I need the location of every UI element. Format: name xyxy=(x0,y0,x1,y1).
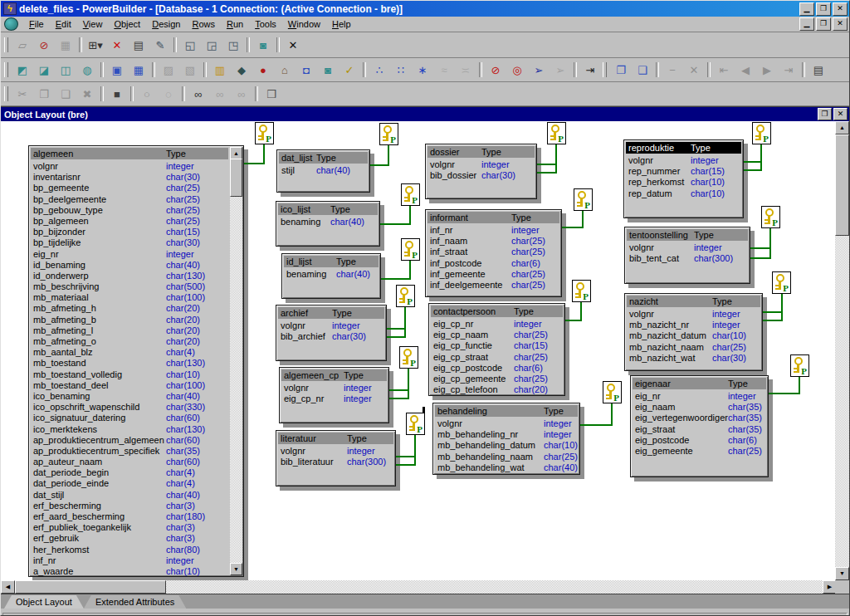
table-algemeen[interactable]: algemeenTypevolgnrintegerinventarisnrcha… xyxy=(28,145,244,577)
primary-key-icon[interactable]: P xyxy=(574,188,593,211)
diagram-canvas[interactable]: algemeenTypevolgnrintegerinventarisnrcha… xyxy=(1,121,837,580)
clear-icon[interactable]: ✖ xyxy=(76,84,98,104)
menu-design[interactable]: Design xyxy=(146,17,186,31)
table-scrollbar[interactable]: ▲▼ xyxy=(230,147,242,575)
table-dossier[interactable]: dossierTypevolgnrintegerbib_dossierchar(… xyxy=(425,144,537,199)
table-painter-icon[interactable]: ⌂ xyxy=(274,60,296,80)
discard-row-icon[interactable]: ✕ xyxy=(683,60,705,80)
primary-key-icon[interactable]: P xyxy=(790,354,809,377)
preview-form-icon[interactable]: ◲ xyxy=(201,35,222,55)
menu-view[interactable]: View xyxy=(77,17,109,31)
comment-icon[interactable]: ○ xyxy=(136,84,158,104)
next-row-icon[interactable]: ▶ xyxy=(756,60,778,80)
child-close-button[interactable]: ✕ xyxy=(833,17,848,31)
table-scroll-up-button[interactable]: ▲ xyxy=(230,147,242,159)
table-reproduktie[interactable]: reproduktieTypevolgnrintegerrep_nummerch… xyxy=(623,139,744,218)
delete-row-icon[interactable]: − xyxy=(662,60,683,80)
tab-extended-attributes[interactable]: Extended Attributes xyxy=(84,595,186,609)
table-ico_lijst[interactable]: ico_lijstTypebenamingchar(40) xyxy=(276,201,380,247)
table-scroll-down-button[interactable]: ▼ xyxy=(230,563,242,575)
tab-object-layout[interactable]: Object Layout xyxy=(4,595,84,609)
menu-painter-icon[interactable]: ▨ xyxy=(158,60,179,80)
sort-icon[interactable]: ∴ xyxy=(369,60,390,80)
query-painter-icon[interactable]: ✓ xyxy=(339,60,360,80)
primary-key-icon[interactable]: P xyxy=(401,238,420,261)
print-icon[interactable]: ▤ xyxy=(128,35,149,55)
primary-key-icon[interactable]: P xyxy=(401,183,420,206)
breakpoint-icon[interactable]: ◎ xyxy=(506,60,528,80)
close-painter-icon[interactable]: ✕ xyxy=(282,35,304,55)
copy-icon[interactable]: ❐ xyxy=(33,84,55,104)
append-row-icon[interactable]: ❑ xyxy=(632,60,653,80)
preview-grid-icon[interactable]: ◱ xyxy=(179,35,201,55)
run-window-icon[interactable]: ◆ xyxy=(231,60,252,80)
table-tentoonstelling[interactable]: tentoonstellingTypevolgnrintegerbib_tent… xyxy=(624,227,750,284)
browse-icon[interactable]: ◍ xyxy=(76,60,98,80)
last-row-icon[interactable]: ⇥ xyxy=(778,60,799,80)
data-pipeline-icon[interactable]: ◙ xyxy=(252,35,274,55)
paste-icon[interactable]: ❑ xyxy=(55,84,76,104)
menu-object[interactable]: Object xyxy=(108,17,146,31)
table-archief[interactable]: archiefTypevolgnrintegerbib_archiefchar(… xyxy=(276,305,387,361)
table-dat_lijst[interactable]: dat_lijstTypestijlchar(40) xyxy=(276,149,370,193)
minimize-button[interactable]: ▁ xyxy=(799,2,814,16)
table-scroll-thumb[interactable] xyxy=(230,159,242,197)
user-object-icon[interactable]: ◘ xyxy=(296,60,317,80)
stop-icon[interactable]: ⊘ xyxy=(485,60,506,80)
child-restore-button[interactable]: ❐ xyxy=(816,17,831,31)
find-next-icon[interactable]: ∞ xyxy=(209,84,231,104)
primary-key-icon[interactable]: P xyxy=(379,123,398,145)
table-informant[interactable]: informantTypeinf_nrintegerinf_naamchar(2… xyxy=(425,209,562,297)
close-button[interactable]: ✕ xyxy=(833,2,848,16)
primary-key-icon[interactable]: P xyxy=(572,280,591,302)
datawindow-painter-icon[interactable]: ▧ xyxy=(179,60,201,80)
table-contactpersoon[interactable]: contactpersoonTypeeig_cp_nrintegereig_cp… xyxy=(428,303,565,396)
menu-window[interactable]: Window xyxy=(282,17,326,31)
table-algemeen_cp[interactable]: algemeen_cpTypevolgnrintegereig_cp_nrint… xyxy=(279,367,389,423)
menu-edit[interactable]: Edit xyxy=(50,17,77,31)
print-rows-icon[interactable]: ▤ xyxy=(808,60,829,80)
primary-key-icon[interactable]: P xyxy=(547,122,566,144)
menu-help[interactable]: Help xyxy=(326,17,357,31)
open-icon[interactable]: ◫ xyxy=(55,60,76,80)
drop-object-icon[interactable]: ✕ xyxy=(106,35,128,55)
child-minimize-button[interactable]: ▁ xyxy=(799,17,814,31)
crosstab-icon[interactable]: ≈ xyxy=(433,60,455,80)
preview-sql-icon[interactable]: ◳ xyxy=(222,35,244,55)
debug-icon[interactable]: ➢ xyxy=(550,60,571,80)
toolbar-grip[interactable] xyxy=(603,62,607,77)
primary-key-icon[interactable]: P xyxy=(399,346,418,369)
database-painter-icon[interactable]: ● xyxy=(252,60,274,80)
cut-icon[interactable]: ✂ xyxy=(12,84,33,104)
validation-icon[interactable]: ∗ xyxy=(412,60,433,80)
primary-key-icon[interactable]: P xyxy=(772,271,791,294)
table-nazicht[interactable]: nazichtTypevolgnrintegermb_nazicht_nrint… xyxy=(624,293,763,371)
uncomment-icon[interactable]: ◌ xyxy=(158,84,179,104)
save-icon[interactable]: ▦ xyxy=(55,35,76,55)
send-to-icon[interactable]: ❒ xyxy=(261,84,282,104)
toolbar-grip[interactable] xyxy=(4,86,8,101)
primary-key-icon[interactable]: P xyxy=(603,381,622,403)
properties-icon[interactable]: ✎ xyxy=(149,35,171,55)
primary-key-icon[interactable]: P xyxy=(396,285,415,307)
primary-key-icon[interactable]: P xyxy=(406,413,425,435)
restore-button[interactable]: ❐ xyxy=(816,2,831,16)
connect-icon[interactable]: ▱ xyxy=(12,35,33,55)
summary-icon[interactable]: ≍ xyxy=(455,60,476,80)
application-painter-icon[interactable]: ▣ xyxy=(106,60,128,80)
table-id_lijst[interactable]: id_lijstTypebenamingchar(40) xyxy=(281,253,381,299)
first-row-icon[interactable]: ⇤ xyxy=(713,60,735,80)
table-literatuur[interactable]: literatuurTypevolgnrintegerbib_literatuu… xyxy=(276,430,396,486)
scroll-left-button[interactable]: ◀ xyxy=(1,580,15,594)
horizontal-scrollbar[interactable]: ◀▶ xyxy=(1,580,837,594)
exit-icon[interactable]: ⇥ xyxy=(579,60,601,80)
primary-key-icon[interactable]: P xyxy=(752,122,771,144)
menu-run[interactable]: Run xyxy=(221,17,249,31)
prior-row-icon[interactable]: ◀ xyxy=(735,60,756,80)
filter-icon[interactable]: ∷ xyxy=(390,60,412,80)
select-all-icon[interactable]: ■ xyxy=(106,84,128,104)
vertical-scrollbar[interactable]: ▲▼ xyxy=(835,121,849,580)
primary-key-icon[interactable]: P xyxy=(761,206,780,228)
new-object-icon[interactable]: ◩ xyxy=(12,60,33,80)
menu-rows[interactable]: Rows xyxy=(186,17,221,31)
